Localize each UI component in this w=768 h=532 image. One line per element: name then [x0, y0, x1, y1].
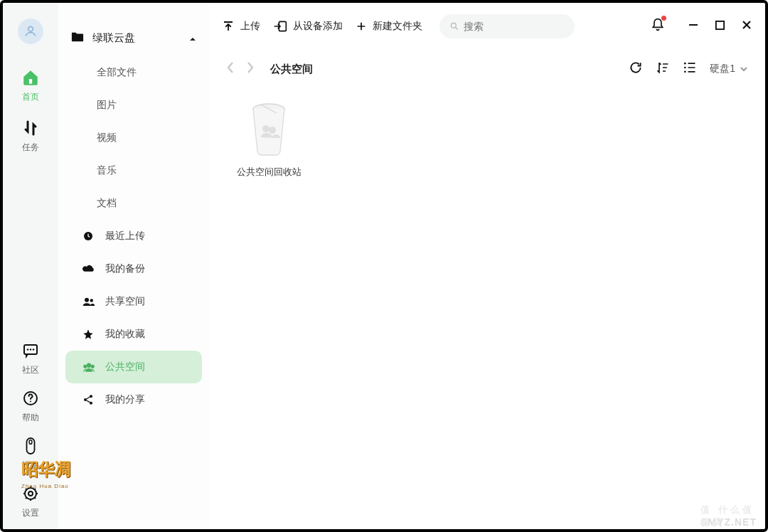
svg-point-25: [684, 67, 686, 69]
sidebar-item-public[interactable]: 公共空间: [65, 351, 202, 383]
nav-rail: 首页 任务 社区 帮助 设备 设置: [3, 3, 58, 529]
sidebar: 绿联云盘 全部文件 图片 视频 音乐 文档 最近上传 我的备份 共享空间 我的收…: [58, 3, 209, 529]
star-icon: [82, 329, 98, 340]
svg-point-0: [28, 26, 33, 31]
rail-settings[interactable]: 设置: [9, 483, 52, 519]
svg-point-20: [90, 402, 92, 405]
chevron-left-icon: [226, 61, 235, 74]
sidebar-item-docs[interactable]: 文档: [65, 187, 202, 220]
sort-icon: [656, 60, 670, 75]
close-icon: [741, 19, 752, 31]
share-icon: [82, 394, 98, 405]
nav-forward-button[interactable]: [246, 61, 255, 77]
sidebar-item-backup[interactable]: 我的备份: [65, 252, 202, 285]
rail-help[interactable]: 帮助: [9, 388, 52, 424]
breadcrumb-bar: 公共空间 硬盘1: [209, 50, 765, 88]
svg-point-24: [684, 63, 686, 65]
chat-icon: [22, 340, 39, 361]
notifications-button[interactable]: [651, 17, 665, 36]
sidebar-item-images[interactable]: 图片: [65, 89, 202, 122]
svg-point-5: [33, 349, 34, 350]
recycle-bin-icon: [244, 101, 294, 158]
svg-point-26: [684, 71, 686, 73]
chevron-right-icon: [246, 61, 255, 74]
svg-rect-1: [29, 79, 32, 84]
sidebar-item-all-files[interactable]: 全部文件: [65, 56, 202, 89]
file-grid: 公共空间回收站: [209, 88, 765, 529]
help-icon: [22, 388, 39, 409]
new-folder-button[interactable]: 新建文件夹: [356, 20, 422, 33]
caret-up-icon: [189, 32, 196, 44]
refresh-button[interactable]: [629, 60, 643, 78]
gear-icon: [22, 483, 39, 504]
svg-point-3: [27, 349, 28, 350]
cloud-icon: [82, 264, 98, 274]
window-close-button[interactable]: [741, 19, 752, 33]
sidebar-item-videos[interactable]: 视频: [65, 122, 202, 154]
user-icon: [23, 24, 38, 38]
refresh-icon: [629, 60, 643, 75]
minimize-icon: [688, 19, 699, 31]
svg-rect-9: [29, 440, 32, 445]
sidebar-item-shared[interactable]: 共享空间: [65, 285, 202, 318]
svg-point-29: [262, 125, 270, 132]
svg-point-22: [451, 23, 456, 28]
disk-label: 硬盘1: [710, 63, 735, 75]
svg-point-19: [90, 395, 92, 398]
svg-point-4: [30, 349, 31, 350]
nav-back-button[interactable]: [226, 61, 235, 77]
group-icon: [82, 361, 98, 373]
rail-tasks-label: 任务: [22, 142, 39, 154]
maximize-icon: [715, 20, 725, 31]
rail-home[interactable]: 首页: [9, 67, 52, 103]
sidebar-item-music[interactable]: 音乐: [65, 154, 202, 187]
drive-header[interactable]: 绿联云盘: [58, 24, 209, 56]
plus-icon: [356, 21, 367, 32]
sidebar-item-recent[interactable]: 最近上传: [65, 220, 202, 252]
sidebar-item-favorites[interactable]: 我的收藏: [65, 318, 202, 351]
notification-dot: [661, 16, 666, 21]
rail-community[interactable]: 社区: [9, 340, 52, 376]
titlebar: 上传 从设备添加 新建文件夹: [209, 3, 765, 50]
sidebar-item-myshare[interactable]: 我的分享: [65, 383, 202, 416]
rail-device[interactable]: 设备: [9, 435, 52, 472]
drive-name: 绿联云盘: [92, 31, 135, 45]
rail-tasks[interactable]: 任务: [9, 117, 52, 154]
rail-home-label: 首页: [22, 91, 39, 103]
import-icon: [273, 20, 287, 33]
avatar[interactable]: [18, 18, 43, 44]
window-maximize-button[interactable]: [715, 20, 725, 33]
svg-point-15: [87, 363, 91, 368]
svg-point-13: [85, 298, 89, 302]
svg-point-7: [30, 401, 31, 403]
device-icon: [23, 435, 38, 457]
file-name: 公共空间回收站: [230, 165, 308, 179]
clock-icon: [82, 230, 98, 242]
upload-button[interactable]: 上传: [222, 20, 260, 33]
add-from-device-button[interactable]: 从设备添加: [273, 20, 343, 33]
rail-device-label: 设备: [22, 459, 39, 472]
transfer-icon: [22, 117, 39, 139]
folder-icon: [71, 31, 84, 45]
search-box[interactable]: [439, 14, 575, 38]
users-icon: [82, 297, 98, 307]
svg-rect-23: [716, 21, 724, 28]
svg-point-30: [269, 127, 276, 134]
svg-point-14: [90, 299, 94, 302]
svg-point-16: [84, 365, 87, 368]
upload-icon: [222, 20, 235, 33]
window-minimize-button[interactable]: [688, 19, 699, 33]
svg-point-18: [84, 398, 87, 401]
rail-help-label: 帮助: [22, 412, 39, 424]
chevron-down-icon: [740, 65, 748, 73]
view-toggle-button[interactable]: [683, 60, 697, 78]
list-icon: [683, 60, 697, 75]
search-input[interactable]: [464, 21, 565, 32]
disk-selector[interactable]: 硬盘1: [710, 63, 748, 75]
file-item-recycle[interactable]: 公共空间回收站: [226, 101, 311, 179]
svg-point-17: [91, 365, 95, 368]
sort-button[interactable]: [656, 60, 670, 78]
rail-settings-label: 设置: [22, 507, 39, 519]
rail-community-label: 社区: [22, 364, 39, 376]
breadcrumb-title: 公共空间: [270, 63, 313, 76]
